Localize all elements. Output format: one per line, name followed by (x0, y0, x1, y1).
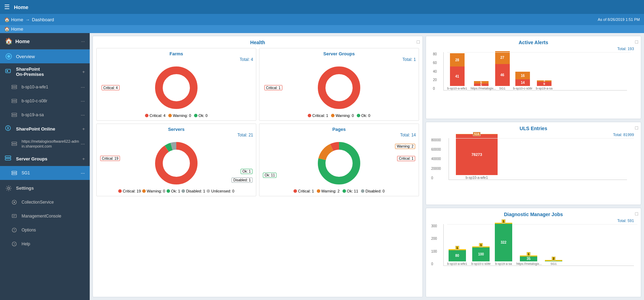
sidebar-home-label: Home (15, 38, 81, 44)
sp-onprem-plus[interactable]: + (82, 69, 85, 74)
svg-point-29 (159, 70, 194, 105)
settings-icon (5, 184, 13, 192)
server2-icon (10, 97, 18, 105)
farms-critical-legend: Critical: 4 (150, 113, 166, 118)
svg-rect-4 (12, 85, 17, 87)
online-server-dots[interactable]: ··· (81, 141, 85, 147)
sidebar-label-sp-online: SharePoint Online (16, 126, 82, 132)
sidebar-item-label-sg1: SG1 (22, 171, 79, 175)
uls-entries-widget: □ ULS Entries Total: 81999 8000060000400… (426, 122, 641, 205)
pages-disabled-legend: Disabled: 0 (365, 189, 385, 193)
home-label: Home (11, 26, 23, 32)
sidebar-item-server2[interactable]: b-sp10-c-s08r ··· (0, 94, 90, 108)
sidebar-item-label-options: Options (22, 228, 85, 232)
svg-rect-14 (5, 158, 11, 160)
pages-total: Total: 14 (262, 133, 416, 137)
sidebar-item-server3[interactable]: b-sp19-a-sa ··· (0, 108, 90, 122)
sidebar-item-help[interactable]: ? Help (0, 237, 90, 251)
server-groups-critical-label: Critical: 1 (264, 85, 282, 90)
uls-y-axis: 800006000040000200000 (431, 138, 441, 180)
svg-rect-7 (12, 101, 17, 103)
sidebar-item-sg1[interactable]: SG1 ··· (0, 166, 90, 180)
timestamp: As of 8/26/2019 1:51 PM (598, 17, 640, 22)
sidebar-group-sharepoint-online[interactable]: SharePoint Online + (0, 122, 90, 136)
farms-legend: Critical: 4 Warning: 0 Ok: 0 (99, 113, 253, 118)
servers-critical-label: Critical: 19 (100, 156, 120, 161)
pages-warning-label: Warning: 2 (395, 144, 415, 149)
alerts-expand[interactable]: □ (635, 39, 638, 45)
uls-expand[interactable]: □ (635, 125, 638, 131)
servers-disabled-label: Disabled: 1 (232, 177, 252, 183)
diag-y-axis: 3002001000 (431, 224, 437, 266)
svg-rect-12 (12, 144, 17, 145)
active-alerts-widget: □ Active Alerts Total: 193 806040200 (426, 36, 641, 119)
sharepoint-online-icon (5, 125, 13, 133)
main-layout: 🏠 Home ··· Overview SharePoint On-Premis… (0, 33, 644, 300)
sidebar-item-collection-service[interactable]: CollectionService (0, 195, 90, 209)
svg-rect-8 (12, 113, 17, 115)
servers-critical-legend: Critical: 19 (123, 189, 141, 193)
server-groups-plus[interactable]: + (82, 156, 85, 161)
server1-icon (10, 83, 18, 91)
options-icon (10, 226, 18, 234)
health-grid: Farms Total: 4 Critical: 4 Critical: (96, 48, 419, 196)
server1-dots[interactable]: ··· (81, 84, 85, 90)
sidebar-item-options[interactable]: Options (0, 223, 90, 237)
overview-icon (5, 53, 13, 60)
health-cell-farms: Farms Total: 4 Critical: 4 Critical: (96, 48, 256, 121)
active-alerts-total: Total: 193 (429, 47, 637, 51)
alerts-bar-2: 5 5 https://metalogix... (471, 81, 492, 90)
server-groups-icon (5, 155, 13, 163)
server2-dots[interactable]: ··· (81, 98, 85, 104)
server3-dots[interactable]: ··· (81, 112, 85, 118)
health-expand[interactable]: □ (417, 39, 420, 45)
health-cell-servers: Servers Total: 21 Critical: (96, 124, 256, 196)
management-console-icon (10, 212, 18, 220)
sidebar-item-overview[interactable]: Overview (0, 49, 90, 63)
server-groups-legend: Critical: 1 Warning: 0 Ok: 0 (262, 113, 416, 118)
pages-legend: Critical: 1 Warning: 2 Ok: 11 Disabled: … (262, 189, 416, 193)
sidebar-item-settings[interactable]: Settings (0, 181, 90, 195)
sidebar-item-label-settings: Settings (16, 185, 85, 191)
sg1-dots[interactable]: ··· (81, 170, 85, 176)
sidebar-item-server1[interactable]: b-sp10-a-wfe1 ··· (0, 80, 90, 94)
alerts-bar-4: 14 16 b-sp10-c-s08r (513, 72, 533, 90)
sp-online-plus[interactable]: + (82, 126, 85, 132)
sidebar-item-label-server1: b-sp10-a-wfe1 (22, 85, 79, 89)
farms-ok-legend: Ok: 0 (199, 113, 208, 118)
svg-point-1 (7, 55, 10, 58)
svg-point-19 (14, 202, 15, 203)
hamburger-icon[interactable]: ☰ (4, 3, 10, 11)
health-cell-pages: Pages Total: 14 Warning: 2 Crit (259, 124, 419, 196)
breadcrumb-page: Dashboard (32, 17, 54, 22)
svg-text:?: ? (13, 243, 15, 246)
diag-bar-1: 80 1 b-sp10-a-wfe1 (447, 249, 467, 266)
sidebar-group-sharepoint-onprem[interactable]: SharePoint On-Premises + (0, 63, 90, 80)
pages-ok-legend: Ok: 11 (347, 189, 358, 193)
sidebar-home-dots[interactable]: ··· (81, 39, 85, 44)
sg-ok-legend: Ok: 0 (361, 113, 370, 118)
diag-bar-3: 322 1 b-sp19-a-sa (495, 223, 512, 266)
sidebar-item-online-server[interactable]: https://metalogixsoftware622-admin.share… (0, 136, 90, 152)
farms-critical-label: Critical: 4 (102, 85, 120, 90)
diag-total: Total: 591 (429, 219, 637, 223)
breadcrumb-home-icon: 🏠 (4, 17, 10, 22)
svg-rect-3 (7, 70, 8, 72)
sidebar-label-server-groups: Server Groups (16, 156, 82, 161)
sidebar-item-management-console[interactable]: ManagementConsole (0, 209, 90, 223)
diag-expand[interactable]: □ (635, 211, 638, 216)
svg-rect-5 (12, 87, 17, 89)
sidebar-item-label-online-server: https://metalogixsoftware622-admin.share… (22, 139, 79, 149)
sg-critical-legend: Critical: 1 (312, 113, 328, 118)
sidebar-item-label-server2: b-sp10-c-s08r (22, 98, 79, 103)
svg-point-30 (322, 70, 356, 105)
server-groups-title: Server Groups (262, 51, 416, 56)
breadcrumb-home[interactable]: Home (11, 17, 23, 22)
sidebar-item-label-server3: b-sp19-a-sa (22, 112, 79, 117)
sidebar-group-server-groups[interactable]: Server Groups + (0, 152, 90, 166)
sidebar-home-icon: 🏠 (5, 37, 13, 45)
alerts-bar-5: 9 3 b-sp19-a-sa (536, 80, 553, 90)
sidebar-item-label-collection-service: CollectionService (22, 200, 85, 205)
farms-donut: Critical: 4 (99, 63, 253, 112)
svg-point-31 (159, 146, 194, 181)
